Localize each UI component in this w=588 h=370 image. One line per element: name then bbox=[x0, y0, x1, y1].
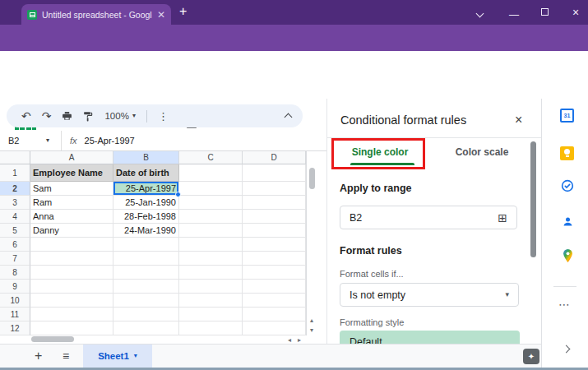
scroll-left-icon[interactable]: ◂ bbox=[288, 337, 291, 344]
cell-D2[interactable] bbox=[243, 182, 306, 196]
cell-D8[interactable] bbox=[243, 266, 306, 280]
row-header-6[interactable]: 6 bbox=[0, 238, 30, 252]
cell-B2[interactable]: 25-Apr-1997 bbox=[113, 182, 179, 196]
cell-B7[interactable] bbox=[113, 252, 179, 266]
cell-B12[interactable] bbox=[113, 321, 179, 335]
cell-B9[interactable] bbox=[113, 280, 179, 294]
cell-A1[interactable]: Employee Name bbox=[30, 164, 113, 182]
style-preview-default[interactable]: Default bbox=[340, 331, 520, 344]
tab-single-color[interactable]: Single color bbox=[327, 141, 433, 163]
name-box-dropdown-icon[interactable]: ▾ bbox=[46, 137, 49, 144]
vertical-scrollbar-thumb[interactable] bbox=[309, 168, 315, 189]
panel-close-icon[interactable]: × bbox=[515, 113, 522, 127]
cell-A2[interactable]: Sam bbox=[30, 182, 113, 196]
cell-D9[interactable] bbox=[243, 280, 306, 294]
row-header-1[interactable]: 1 bbox=[0, 164, 30, 182]
row-header-5[interactable]: 5 bbox=[0, 224, 30, 238]
calendar-icon[interactable]: 31 bbox=[560, 109, 574, 123]
paint-format-icon[interactable] bbox=[83, 111, 94, 122]
col-header-A[interactable]: A bbox=[30, 151, 113, 164]
sidebar-more-icon[interactable]: ⋯ bbox=[558, 298, 570, 310]
cell-C9[interactable] bbox=[179, 280, 243, 294]
cell-A6[interactable] bbox=[30, 238, 113, 252]
row-header-11[interactable]: 11 bbox=[0, 308, 30, 321]
row-header-2[interactable]: 2 bbox=[0, 182, 30, 196]
cell-A7[interactable] bbox=[30, 252, 113, 266]
row-header-9[interactable]: 9 bbox=[0, 280, 30, 294]
add-sheet-icon[interactable]: + bbox=[35, 349, 42, 363]
new-tab-button[interactable]: + bbox=[179, 5, 187, 18]
cell-B10[interactable] bbox=[113, 294, 179, 308]
cell-D6[interactable] bbox=[243, 238, 306, 252]
horizontal-scrollbar-thumb[interactable] bbox=[31, 336, 74, 342]
redo-icon[interactable]: ↷ bbox=[42, 110, 52, 122]
cell-C3[interactable] bbox=[179, 196, 243, 210]
cell-C4[interactable] bbox=[179, 210, 243, 224]
cell-C1[interactable] bbox=[179, 164, 243, 182]
minimize-button[interactable]: — bbox=[509, 10, 519, 20]
grid-corner[interactable] bbox=[0, 151, 30, 164]
sidebar-collapse-icon[interactable] bbox=[563, 345, 571, 354]
cell-D11[interactable] bbox=[243, 308, 306, 321]
cell-A4[interactable]: Anna bbox=[30, 210, 113, 224]
undo-icon[interactable]: ↶ bbox=[21, 110, 31, 122]
cell-A5[interactable]: Danny bbox=[30, 224, 113, 238]
scroll-down-icon[interactable]: ▾ bbox=[310, 327, 313, 334]
condition-dropdown[interactable]: Is not empty ▾ bbox=[340, 283, 519, 307]
all-sheets-menu-icon[interactable]: ≡ bbox=[63, 350, 69, 362]
sparkle-badge-icon[interactable]: ✦ bbox=[523, 349, 539, 364]
cell-A3[interactable]: Ram bbox=[30, 196, 113, 210]
cell-B11[interactable] bbox=[113, 308, 179, 321]
cell-A12[interactable] bbox=[30, 321, 113, 335]
tab-search-chevron-icon[interactable] bbox=[477, 11, 483, 16]
contacts-icon[interactable] bbox=[562, 215, 574, 231]
cell-D3[interactable] bbox=[243, 196, 306, 210]
toolbar-overflow-icon[interactable]: ⋮ bbox=[158, 111, 169, 122]
cell-C8[interactable] bbox=[179, 266, 243, 280]
cell-C12[interactable] bbox=[179, 321, 243, 335]
window-close-button[interactable]: × bbox=[572, 7, 579, 18]
col-header-C[interactable]: C bbox=[179, 151, 243, 164]
scroll-up-icon[interactable]: ▴ bbox=[310, 317, 313, 324]
cell-B5[interactable]: 24-Mar-1990 bbox=[113, 224, 179, 238]
cell-C7[interactable] bbox=[179, 252, 243, 266]
cell-D1[interactable] bbox=[243, 164, 306, 182]
row-header-10[interactable]: 10 bbox=[0, 294, 30, 308]
range-input[interactable]: B2 ⊞ bbox=[340, 206, 517, 229]
cell-D4[interactable] bbox=[243, 210, 306, 224]
cell-D5[interactable] bbox=[243, 224, 306, 238]
name-box[interactable]: B2 bbox=[8, 136, 46, 146]
cell-B6[interactable] bbox=[113, 238, 179, 252]
cell-A8[interactable] bbox=[30, 266, 113, 280]
row-header-8[interactable]: 8 bbox=[0, 266, 30, 280]
maps-icon[interactable] bbox=[563, 248, 573, 266]
sheet-tab-sheet1[interactable]: Sheet1 ▾ bbox=[83, 345, 152, 368]
cell-D12[interactable] bbox=[243, 321, 306, 335]
cell-B3[interactable]: 25-Jan-1990 bbox=[113, 196, 179, 210]
row-header-4[interactable]: 4 bbox=[0, 210, 30, 224]
cell-C11[interactable] bbox=[179, 308, 243, 321]
browser-tab[interactable]: Untitled spreadsheet - Google Sh ✕ bbox=[21, 4, 171, 25]
cell-A9[interactable] bbox=[30, 280, 113, 294]
select-range-grid-icon[interactable]: ⊞ bbox=[498, 212, 507, 224]
horizontal-scrollbar[interactable]: ◂ ▸ bbox=[0, 335, 306, 344]
panel-scrollbar-thumb[interactable] bbox=[530, 141, 536, 257]
tab-color-scale[interactable]: Color scale bbox=[433, 141, 531, 163]
cell-B1[interactable]: Date of birth bbox=[113, 164, 179, 182]
maximize-button[interactable] bbox=[541, 8, 549, 16]
cell-D7[interactable] bbox=[243, 252, 306, 266]
row-header-3[interactable]: 3 bbox=[0, 196, 30, 210]
cell-C6[interactable] bbox=[179, 238, 243, 252]
formula-input[interactable]: 25-Apr-1997 bbox=[85, 136, 135, 146]
cell-A10[interactable] bbox=[30, 294, 113, 308]
cell-C5[interactable] bbox=[179, 224, 243, 238]
cell-B4[interactable]: 28-Feb-1998 bbox=[113, 210, 179, 224]
col-header-B[interactable]: B bbox=[113, 151, 179, 164]
tab-close-icon[interactable]: ✕ bbox=[157, 10, 165, 20]
tasks-icon[interactable] bbox=[561, 179, 574, 196]
fill-handle[interactable] bbox=[175, 192, 181, 197]
cell-C2[interactable] bbox=[179, 182, 243, 196]
cell-A11[interactable] bbox=[30, 308, 113, 321]
keep-icon[interactable] bbox=[560, 146, 574, 160]
cell-C10[interactable] bbox=[179, 294, 243, 308]
